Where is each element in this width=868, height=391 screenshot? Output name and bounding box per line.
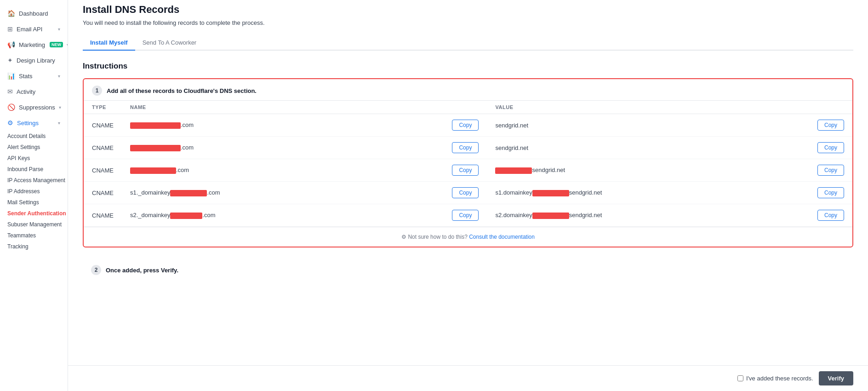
dashboard-icon: 🏠: [7, 10, 15, 17]
copy-value-cell: Copy: [806, 159, 852, 182]
added-records-label[interactable]: I've added these records.: [737, 375, 813, 382]
redacted-name: [170, 213, 202, 219]
record-type: CNAME: [84, 182, 122, 204]
email-api-icon: ⊞: [7, 25, 13, 33]
dns-table: TYPE NAME VALUE CNAME .com Copy: [84, 100, 852, 227]
record-type: CNAME: [84, 137, 122, 159]
step-1-text: Add all of these records to Cloudflare's…: [107, 87, 257, 94]
record-value: s2.domainkey sendgrid.net: [487, 204, 806, 227]
copy-value-button[interactable]: Copy: [817, 210, 844, 221]
tab-send-to-coworker[interactable]: Send To A Coworker: [135, 35, 204, 51]
sidebar-sub-subuser-management[interactable]: Subuser Management: [0, 219, 68, 230]
help-link[interactable]: Consult the documentation: [469, 234, 535, 240]
new-badge: NEW: [50, 42, 63, 47]
record-value: s1.domainkey sendgrid.net: [487, 182, 806, 204]
record-value: sendgrid.net: [487, 137, 806, 159]
copy-name-button[interactable]: Copy: [452, 187, 479, 198]
sidebar-item-email-api[interactable]: ⊞ Email API ▾: [0, 21, 68, 37]
sidebar-sub-account-details[interactable]: Account Details: [0, 131, 68, 142]
copy-value-button[interactable]: Copy: [817, 142, 844, 153]
record-type: CNAME: [84, 114, 122, 137]
chevron-down-icon: ▾: [59, 105, 61, 110]
step-2-text: Once added, press Verify.: [106, 267, 178, 274]
chevron-down-icon: ▾: [58, 74, 60, 79]
table-row: CNAME s1._domainkey .com Copy s1.domaink…: [84, 182, 852, 204]
sidebar-item-design-library[interactable]: ✦ Design Library: [0, 52, 68, 68]
col-name: NAME: [122, 101, 441, 114]
copy-name-cell: Copy: [441, 137, 487, 159]
settings-icon: ⚙: [7, 119, 13, 126]
table-row: CNAME .com Copy sendgrid.net Copy: [84, 114, 852, 137]
sidebar-item-dashboard[interactable]: 🏠 Dashboard: [0, 6, 68, 21]
sidebar: 🏠 Dashboard ⊞ Email API ▾ 📢 Marketing NE…: [0, 0, 68, 391]
copy-name-cell: Copy: [441, 182, 487, 204]
verify-button[interactable]: Verify: [819, 371, 853, 385]
copy-value-cell: Copy: [806, 182, 852, 204]
verify-footer: I've added these records. Verify: [68, 365, 868, 391]
sidebar-item-settings[interactable]: ⚙ Settings ▾: [0, 115, 68, 131]
record-name: .com: [122, 137, 441, 159]
redacted-name: [130, 145, 181, 151]
step-2-box: 2 Once added, press Verify.: [83, 259, 853, 280]
step-1-number: 1: [92, 86, 102, 96]
copy-value-button[interactable]: Copy: [817, 165, 844, 176]
record-value: sendgrid.net: [487, 159, 806, 182]
sidebar-sub-api-keys[interactable]: API Keys: [0, 153, 68, 164]
sidebar-item-suppressions[interactable]: 🚫 Suppressions ▾: [0, 99, 68, 115]
added-records-checkbox[interactable]: [737, 375, 743, 381]
instructions-title: Instructions: [83, 62, 853, 71]
sidebar-sub-inbound-parse[interactable]: Inbound Parse: [0, 164, 68, 175]
main-content: Install DNS Records You will need to ins…: [68, 0, 868, 391]
redacted-value: [532, 213, 569, 219]
redacted-name: [130, 122, 181, 129]
step-2-number: 2: [91, 265, 101, 275]
copy-name-button[interactable]: Copy: [452, 165, 479, 176]
redacted-name: [170, 190, 207, 196]
copy-name-cell: Copy: [441, 114, 487, 137]
sidebar-sub-ip-addresses[interactable]: IP Addresses: [0, 186, 68, 197]
tab-install-myself[interactable]: Install Myself: [83, 35, 135, 51]
sidebar-sub-sender-authentication[interactable]: Sender Authentication: [0, 208, 68, 219]
sidebar-item-label: Email API: [17, 26, 42, 33]
record-value: sendgrid.net: [487, 114, 806, 137]
help-icon: ⚙: [401, 234, 406, 240]
sidebar-item-marketing[interactable]: 📢 Marketing NEW ▾: [0, 37, 68, 52]
added-records-text: I've added these records.: [746, 375, 813, 382]
copy-value-cell: Copy: [806, 204, 852, 227]
sidebar-item-label: Marketing: [19, 41, 45, 48]
copy-value-cell: Copy: [806, 114, 852, 137]
step-1-box: 1 Add all of these records to Cloudflare…: [83, 78, 853, 247]
stats-icon: 📊: [7, 72, 15, 80]
sidebar-sub-teammates[interactable]: Teammates: [0, 230, 68, 241]
sidebar-item-label: Suppressions: [19, 104, 55, 111]
sidebar-item-activity[interactable]: ✉ Activity: [0, 84, 68, 99]
table-row: CNAME s2._domainkey .com Copy s2.domaink…: [84, 204, 852, 227]
copy-value-button[interactable]: Copy: [817, 120, 844, 131]
sidebar-sub-tracking[interactable]: Tracking: [0, 241, 68, 252]
suppressions-icon: 🚫: [7, 104, 15, 111]
tab-bar: Install Myself Send To A Coworker: [83, 35, 853, 51]
sidebar-item-label: Activity: [17, 88, 35, 95]
page-title: Install DNS Records: [83, 0, 853, 16]
sidebar-sub-mail-settings[interactable]: Mail Settings: [0, 197, 68, 208]
copy-name-button[interactable]: Copy: [452, 120, 479, 131]
copy-value-button[interactable]: Copy: [817, 187, 844, 198]
design-library-icon: ✦: [7, 57, 13, 64]
activity-icon: ✉: [7, 88, 13, 95]
copy-name-button[interactable]: Copy: [452, 142, 479, 153]
sidebar-item-label: Stats: [19, 73, 33, 80]
copy-name-cell: Copy: [441, 204, 487, 227]
redacted-value: [532, 190, 569, 196]
sidebar-sub-ip-access-management[interactable]: IP Access Management: [0, 175, 68, 186]
chevron-down-icon: ▾: [58, 27, 60, 32]
col-value: VALUE: [487, 101, 806, 114]
record-name: .com: [122, 114, 441, 137]
col-copy-name: [441, 101, 487, 114]
record-name: s1._domainkey .com: [122, 182, 441, 204]
sidebar-item-label: Design Library: [17, 57, 55, 64]
copy-name-cell: Copy: [441, 159, 487, 182]
copy-name-button[interactable]: Copy: [452, 210, 479, 221]
sidebar-item-stats[interactable]: 📊 Stats ▾: [0, 68, 68, 84]
sidebar-item-label: Settings: [17, 120, 39, 126]
sidebar-sub-alert-settings[interactable]: Alert Settings: [0, 142, 68, 153]
